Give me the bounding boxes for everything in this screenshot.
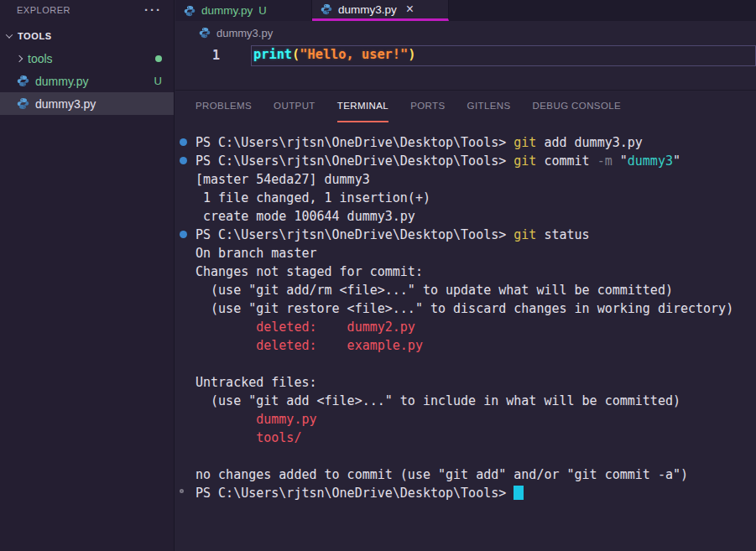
terminal-text: " bbox=[673, 153, 680, 169]
explorer-title: EXPLORER bbox=[17, 5, 144, 15]
terminal-line: dummy.py bbox=[196, 410, 756, 429]
terminal-text: no changes added to commit (use "git add… bbox=[196, 467, 688, 482]
terminal-line: 1 file changed, 1 insertion(+) bbox=[196, 189, 756, 207]
terminal-text: On branch master bbox=[196, 246, 317, 261]
terminal-text: git bbox=[514, 227, 536, 242]
explorer-sidebar: EXPLORER ··· TOOLS toolsdummy.pyUdummy3.… bbox=[0, 0, 175, 551]
terminal-line: Changes not staged for commit: bbox=[196, 263, 756, 281]
terminal-line: PS C:\Users\rjtsn\OneDrive\Desktop\Tools… bbox=[196, 484, 756, 502]
terminal-text: -m bbox=[597, 153, 613, 169]
terminal-line: Untracked files: bbox=[196, 373, 756, 392]
terminal-text: 1 file changed, 1 insertion(+) bbox=[196, 190, 430, 205]
terminal-text: tools/ bbox=[196, 430, 301, 445]
terminal-text: git bbox=[514, 153, 536, 169]
python-file-icon bbox=[321, 3, 332, 15]
terminal-text: add dummy3.py bbox=[536, 135, 642, 150]
code-token: print bbox=[253, 47, 292, 62]
vscode-window: EXPLORER ··· TOOLS toolsdummy.pyUdummy3.… bbox=[0, 0, 756, 551]
python-file-icon bbox=[17, 75, 29, 87]
explorer-header: EXPLORER ··· bbox=[0, 0, 174, 20]
tab-label: dummy3.py bbox=[338, 3, 397, 16]
chevron-down-icon bbox=[6, 31, 13, 38]
command-success-decoration[interactable] bbox=[180, 231, 187, 238]
terminal-line bbox=[196, 355, 756, 373]
section-label: TOOLS bbox=[18, 31, 52, 41]
terminal-text: status bbox=[536, 227, 589, 242]
terminal-text: (use "git restore <file>..." to discard … bbox=[196, 301, 733, 316]
terminal-output[interactable]: PS C:\Users\rjtsn\OneDrive\Desktop\Tools… bbox=[196, 133, 756, 551]
file-name-label: dummy3.py bbox=[35, 97, 162, 111]
editor-tab-dummy3-py[interactable]: dummy3.py× bbox=[312, 0, 449, 21]
file-tree: toolsdummy.pyUdummy3.py bbox=[0, 47, 174, 115]
terminal-text: deleted: dummy2.py bbox=[196, 320, 415, 335]
panel-tab-output[interactable]: OUTPUT bbox=[274, 101, 315, 122]
terminal-line: (use "git add/rm <file>..." to update wh… bbox=[196, 281, 756, 299]
editor-tab-dummy-py[interactable]: dummy.pyU bbox=[175, 0, 312, 21]
terminal-line: On branch master bbox=[196, 244, 756, 263]
terminal-line: create mode 100644 dummy3.py bbox=[196, 207, 756, 226]
breadcrumb[interactable]: dummy3.py bbox=[175, 21, 756, 44]
breadcrumb-file: dummy3.py bbox=[216, 27, 273, 39]
terminal-text: dummy.py bbox=[196, 412, 317, 427]
tree-item-dummy3-py[interactable]: dummy3.py bbox=[0, 92, 174, 115]
file-name-label: dummy.py bbox=[35, 75, 149, 88]
line-number: 1 bbox=[212, 48, 220, 63]
close-icon[interactable]: × bbox=[406, 3, 414, 15]
chevron-right-icon bbox=[16, 55, 23, 61]
code-token: ) bbox=[408, 47, 415, 62]
terminal-line: (use "git add <file>..." to include in w… bbox=[196, 392, 756, 410]
tree-item-tools[interactable]: tools bbox=[0, 47, 174, 70]
terminal-text: PS C:\Users\rjtsn\OneDrive\Desktop\Tools… bbox=[196, 153, 514, 169]
terminal-cursor bbox=[514, 486, 524, 500]
code-editor[interactable]: 1 print("Hello, user!") bbox=[175, 44, 756, 89]
editor-area: dummy.pyUdummy3.py× dummy3.py 1 print("H… bbox=[175, 0, 756, 551]
terminal-line: PS C:\Users\rjtsn\OneDrive\Desktop\Tools… bbox=[196, 226, 756, 244]
terminal-text: create mode 100644 dummy3.py bbox=[196, 209, 415, 224]
terminal-text: commit bbox=[536, 153, 597, 169]
terminal-line bbox=[196, 447, 756, 465]
command-prompt-decoration[interactable] bbox=[180, 489, 184, 493]
terminal-text: Untracked files: bbox=[196, 375, 317, 390]
tree-item-dummy-py[interactable]: dummy.pyU bbox=[0, 70, 174, 92]
code-line: print("Hello, user!") bbox=[253, 47, 415, 62]
panel-tab-gitlens[interactable]: GITLENS bbox=[467, 101, 511, 122]
code-token: "Hello, user!" bbox=[300, 47, 408, 62]
terminal-text: PS C:\Users\rjtsn\OneDrive\Desktop\Tools… bbox=[196, 227, 514, 242]
more-actions-icon[interactable]: ··· bbox=[144, 6, 162, 14]
terminal-text: (use "git add/rm <file>..." to update wh… bbox=[196, 283, 673, 298]
python-file-icon bbox=[184, 5, 196, 17]
terminal-text: PS C:\Users\rjtsn\OneDrive\Desktop\Tools… bbox=[196, 486, 514, 501]
modified-dot-badge bbox=[155, 55, 162, 62]
tab-untracked-badge: U bbox=[258, 4, 266, 17]
terminal-line: [master 54eda27] dummy3 bbox=[196, 170, 756, 189]
command-success-decoration[interactable] bbox=[180, 138, 187, 146]
terminal-line: deleted: dummy2.py bbox=[196, 318, 756, 336]
code-token: ( bbox=[292, 47, 300, 62]
python-file-icon bbox=[17, 97, 29, 110]
tab-label: dummy.py bbox=[201, 4, 253, 17]
terminal-text: deleted: example.py bbox=[196, 338, 423, 353]
panel-tabbar: PROBLEMSOUTPUTTERMINALPORTSGITLENSDEBUG … bbox=[175, 91, 756, 122]
editor-tabbar: dummy.pyUdummy3.py× bbox=[175, 0, 756, 21]
terminal-text: git bbox=[514, 135, 536, 150]
terminal-line: (use "git restore <file>..." to discard … bbox=[196, 299, 756, 318]
panel-tab-ports[interactable]: PORTS bbox=[410, 101, 445, 122]
panel-tab-debug-console[interactable]: DEBUG CONSOLE bbox=[533, 101, 622, 122]
terminal-line: PS C:\Users\rjtsn\OneDrive\Desktop\Tools… bbox=[196, 152, 756, 170]
terminal-line: no changes added to commit (use "git add… bbox=[196, 465, 756, 484]
terminal-text: (use "git add <file>..." to include in w… bbox=[196, 393, 680, 408]
section-header-tools[interactable]: TOOLS bbox=[0, 25, 174, 47]
terminal-text: " bbox=[613, 153, 628, 169]
command-success-decoration[interactable] bbox=[180, 157, 187, 164]
terminal-text: [master 54eda27] dummy3 bbox=[196, 172, 370, 187]
panel-tab-terminal[interactable]: TERMINAL bbox=[337, 101, 388, 122]
terminal-text: dummy3 bbox=[628, 153, 673, 169]
terminal-line: PS C:\Users\rjtsn\OneDrive\Desktop\Tools… bbox=[196, 133, 756, 152]
untracked-badge: U bbox=[154, 75, 162, 87]
terminal-text: PS C:\Users\rjtsn\OneDrive\Desktop\Tools… bbox=[196, 135, 514, 150]
panel-tab-problems[interactable]: PROBLEMS bbox=[196, 101, 252, 122]
bottom-panel: PROBLEMSOUTPUTTERMINALPORTSGITLENSDEBUG … bbox=[175, 90, 756, 551]
python-file-icon bbox=[199, 27, 211, 39]
terminal-line: tools/ bbox=[196, 429, 756, 447]
terminal-line: deleted: example.py bbox=[196, 336, 756, 355]
